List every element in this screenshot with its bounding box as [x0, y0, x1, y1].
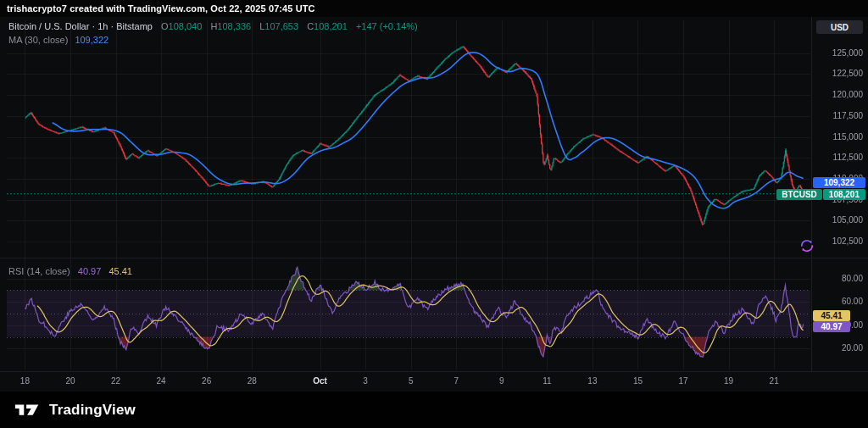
- price-tick-label: 112,500: [814, 153, 863, 162]
- time-tick-label: 17: [678, 376, 687, 386]
- rsi-legend-label: RSI (14, close): [8, 266, 70, 276]
- time-tick-label: Oct: [313, 376, 327, 386]
- time-axis-separator: [0, 371, 868, 372]
- symbol-tag: BTCUSD: [776, 189, 822, 200]
- symbol-legend[interactable]: Bitcoin / U.S. Dollar · 1h · Bitstamp O1…: [8, 21, 418, 31]
- price-tick-label: 102,500: [814, 236, 863, 246]
- rsi-badge: 40.97: [813, 321, 850, 332]
- ohlc-high: H108,336: [210, 21, 251, 31]
- price-tick-label: 105,000: [814, 215, 863, 225]
- time-tick-label: 22: [111, 376, 120, 386]
- ma-price-badge: 109,322: [813, 177, 865, 188]
- brand-name[interactable]: TradingView: [49, 402, 136, 419]
- ohlc-low: L107,653: [259, 21, 298, 31]
- time-tick-label: 5: [409, 376, 414, 386]
- pane-separator[interactable]: [0, 258, 868, 258]
- price-change: +147 (+0.14%): [356, 21, 418, 31]
- price-tick-label: 115,000: [814, 132, 863, 142]
- price-tick-label: 125,000: [814, 48, 863, 58]
- rsi-tick-label: 80.00: [814, 274, 863, 283]
- symbol-title: Bitcoin / U.S. Dollar · 1h · Bitstamp: [8, 21, 153, 31]
- time-tick-label: 7: [453, 376, 459, 386]
- time-tick-label: 3: [363, 376, 368, 386]
- time-tick-label: 26: [202, 376, 211, 386]
- time-tick-label: 28: [248, 376, 257, 386]
- ma-legend[interactable]: MA (30, close) 109,322: [8, 35, 108, 45]
- ma-legend-label: MA (30, close): [8, 35, 68, 45]
- time-tick-label: 11: [542, 376, 551, 386]
- time-tick-label: 21: [770, 376, 779, 386]
- footer-bar: TradingView: [0, 392, 868, 428]
- time-tick-label: 24: [157, 376, 166, 386]
- time-tick-label: 18: [20, 376, 30, 386]
- rsi-tick-label: 60.00: [814, 297, 863, 306]
- time-tick-label: 15: [633, 376, 643, 386]
- ohlc-close: C108,201: [307, 21, 348, 31]
- price-tick-label: 117,500: [814, 111, 863, 120]
- time-tick-label: 9: [499, 376, 504, 386]
- last-price-value: 108,201: [823, 189, 865, 200]
- rsi-ma-badge: 45.41: [813, 310, 850, 321]
- last-price-badge: BTCUSD 108,201: [776, 189, 865, 200]
- time-tick-label: 19: [724, 376, 733, 386]
- time-tick-label: 20: [65, 376, 75, 386]
- ma-legend-value: 109,322: [75, 35, 108, 45]
- rsi-legend-value: 40.97: [78, 266, 102, 276]
- tradingview-logo-icon[interactable]: [14, 401, 42, 420]
- price-tick-label: 122,500: [814, 69, 863, 78]
- attribution-text: trishacrypto7 created with TradingView.c…: [7, 3, 315, 14]
- price-chart-canvas[interactable]: [0, 0, 868, 428]
- refresh-cycle-icon[interactable]: [798, 237, 815, 254]
- ohlc-open: O108,040: [161, 21, 202, 31]
- rsi-tick-label: 20.00: [814, 343, 863, 353]
- time-tick-label: 13: [587, 376, 597, 386]
- rsi-legend[interactable]: RSI (14, close) 40.97 45.41: [8, 266, 132, 276]
- currency-usd-button[interactable]: USD: [816, 20, 863, 34]
- rsi-ma-legend-value: 45.41: [108, 266, 132, 276]
- tradingview-chart-page: trishacrypto7 created with TradingView.c…: [0, 0, 868, 428]
- price-tick-label: 120,000: [814, 90, 863, 99]
